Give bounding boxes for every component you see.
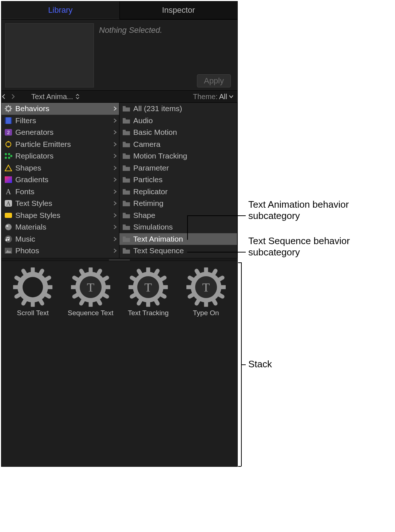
subcategory-row-all-231-items-[interactable]: All (231 items) [119, 103, 237, 115]
svg-point-14 [6, 142, 11, 147]
subcategory-row-retiming[interactable]: Retiming [119, 197, 237, 210]
stack-item-type-on[interactable]: T Type On [178, 267, 235, 317]
subcategory-row-motion-tracking[interactable]: Motion Tracking [119, 150, 237, 162]
gear-icon: T [129, 267, 168, 307]
gear-icon: T [71, 267, 110, 307]
svg-text:A: A [6, 188, 11, 196]
theme-chevron-icon[interactable] [229, 95, 234, 98]
svg-point-21 [10, 155, 12, 157]
category-row-shapes[interactable]: Shapes [1, 162, 119, 174]
folder-icon [122, 175, 131, 184]
subcategory-row-replicator[interactable]: Replicator [119, 186, 237, 198]
folder-icon [122, 199, 131, 208]
category-label: Photos [15, 246, 113, 255]
nav-back-button[interactable] [1, 94, 11, 99]
apply-button[interactable]: Apply [197, 74, 231, 87]
svg-line-57 [46, 278, 49, 280]
folder-icon [122, 187, 131, 196]
subcategory-row-particles[interactable]: Particles [119, 174, 237, 186]
svg-point-18 [8, 153, 10, 155]
svg-rect-11 [11, 117, 12, 124]
category-row-particle-emitters[interactable]: Particle Emitters [1, 138, 119, 150]
theme-label: Theme: [193, 93, 218, 101]
library-panel: Library Inspector Nothing Selected. Appl… [1, 1, 238, 467]
subcategory-label: Basic Motion [133, 128, 235, 137]
category-row-gradients[interactable]: Gradients [1, 174, 119, 186]
subcategory-row-basic-motion[interactable]: Basic Motion [119, 126, 237, 138]
callout-line [238, 466, 241, 467]
breadcrumb-label[interactable]: Text Anima... [31, 93, 73, 101]
emit-icon [4, 140, 13, 149]
stack-item-scroll-text[interactable]: Scroll Text [4, 267, 62, 317]
breadcrumb-stepper-icon[interactable] [75, 94, 80, 99]
category-row-behaviors[interactable]: Behaviors [1, 103, 119, 115]
grad-icon [4, 175, 13, 184]
subcategory-label: Camera [133, 140, 235, 149]
svg-line-68 [81, 271, 83, 274]
chevron-right-icon [113, 177, 117, 182]
callout-text-animation: Text Animation behavior subcategory [248, 199, 376, 222]
svg-text:T: T [87, 281, 94, 294]
category-row-generators[interactable]: 2 Generators [1, 126, 119, 138]
subcategory-row-text-animation[interactable]: Text Animation [119, 233, 237, 245]
category-label: Replicators [15, 152, 113, 160]
svg-rect-34 [123, 130, 126, 131]
fontA-icon: A [4, 187, 13, 196]
category-row-fonts[interactable]: A Fonts [1, 186, 119, 198]
subcategory-row-camera[interactable]: Camera [119, 138, 237, 150]
subcategory-label: Retiming [133, 199, 235, 208]
category-row-materials[interactable]: Materials [1, 221, 119, 233]
svg-rect-10 [5, 117, 6, 124]
subcategory-label: Audio [133, 116, 235, 125]
svg-rect-36 [123, 153, 126, 154]
folder-icon [122, 211, 131, 220]
subcategory-row-text-sequence[interactable]: Text Sequence [119, 245, 237, 257]
preview-status: Nothing Selected. [99, 26, 231, 35]
category-row-photos[interactable]: Photos [1, 245, 119, 257]
category-row-shape-styles[interactable]: Shape Styles [1, 210, 119, 222]
folder-icon [122, 164, 131, 172]
chevron-right-icon [113, 189, 117, 194]
svg-point-20 [8, 157, 10, 159]
stack-item-text-tracking[interactable]: T Text Tracking [120, 267, 177, 317]
folder-icon [122, 140, 131, 149]
folder-icon [122, 152, 131, 160]
tab-library[interactable]: Library [1, 1, 119, 19]
svg-line-71 [103, 278, 107, 280]
splitter-handle[interactable] [1, 258, 237, 261]
chevron-right-icon [113, 165, 117, 171]
subcategory-row-parameter[interactable]: Parameter [119, 162, 237, 174]
chevron-right-icon [113, 142, 117, 147]
subcategory-row-simulations[interactable]: Simulations [119, 221, 237, 233]
category-row-filters[interactable]: Filters [1, 115, 119, 127]
tab-inspector[interactable]: Inspector [119, 1, 238, 19]
shape-icon [4, 164, 13, 172]
theme-value[interactable]: All [219, 93, 227, 101]
svg-point-19 [5, 157, 7, 159]
category-row-replicators[interactable]: Replicators [1, 150, 119, 162]
svg-line-100 [213, 271, 216, 274]
subcategory-row-audio[interactable]: Audio [119, 115, 237, 127]
svg-line-86 [161, 278, 165, 280]
svg-point-16 [8, 146, 9, 148]
svg-text:T: T [145, 281, 152, 294]
callout-stack: Stack [248, 359, 272, 370]
photo-icon [4, 246, 13, 255]
nav-forward-button[interactable] [11, 94, 20, 99]
stack-item-sequence-text[interactable]: T Sequence Text [62, 267, 119, 317]
svg-line-95 [190, 294, 193, 297]
svg-rect-26 [5, 213, 12, 218]
svg-rect-38 [123, 177, 126, 178]
preview-info: Nothing Selected. Apply [94, 23, 234, 87]
category-label: Shapes [15, 164, 113, 172]
svg-line-5 [6, 106, 7, 107]
category-row-text-styles[interactable]: A Text Styles [1, 197, 119, 210]
callout-text-sequence: Text Sequence behavior subcategory [248, 235, 376, 258]
svg-line-8 [10, 106, 11, 107]
svg-line-91 [218, 294, 222, 297]
subcategory-column: All (231 items) Audio Basic Motion Camer… [119, 103, 237, 258]
category-row-music[interactable]: Music [1, 233, 119, 245]
callout-line [187, 215, 188, 240]
shapest-icon [4, 211, 13, 220]
svg-line-85 [155, 271, 158, 274]
